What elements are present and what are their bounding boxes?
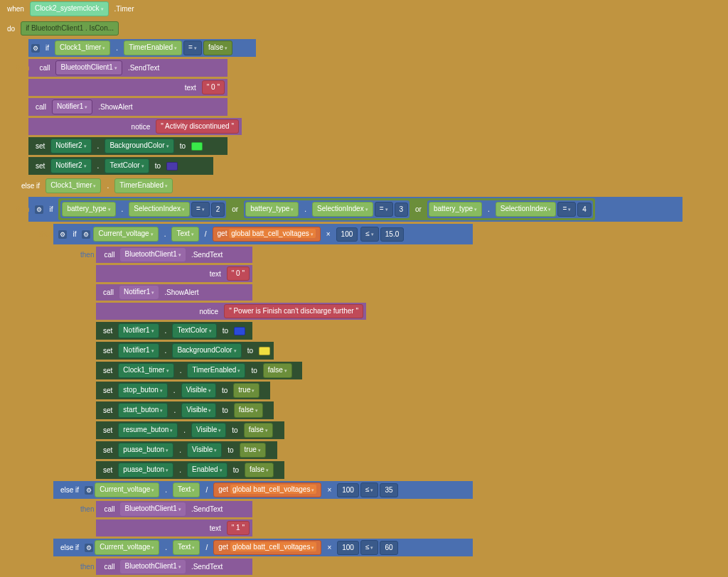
when-header: when Clock2_systemclock .Timer [0,0,728,18]
call-showalert-2: call Notifier1 .ShowAlert [96,284,252,301]
if-voltage-15: then ⚙ if ⚙ Current_voltage . Text / get… [53,224,473,244]
color-yellow [259,347,270,355]
call-sendtext-0b: then call BluetoothClient1 .SendText [96,247,252,263]
call-showalert-1: call Notifier1 .ShowAlert [28,98,228,116]
elseif-60: else if ⚙ Current_voltage . Text / get g… [53,539,473,556]
gear-icon[interactable]: ⚙ [35,205,43,214]
text-value: " 0 " [202,80,225,95]
color-green [191,142,203,151]
color-navy [166,162,178,171]
if-block-1: ⚙ if Clock1_timer . TimerEnabled = false [28,39,256,57]
gear-icon[interactable]: ⚙ [85,544,93,552]
gear-icon[interactable]: ⚙ [85,486,93,495]
set-notifier2-text: set Notifier2 . TextColor to [28,157,213,175]
do-row: do if BluetoothClient1 . IsCon... [0,20,728,37]
elseif-35: else if ⚙ Current_voltage . Text / get g… [53,481,473,499]
elseif-1: else if Clock1_timer . TimerEnabled [14,177,728,195]
outer-cond: if BluetoothClient1 . IsCon... [21,21,119,36]
set-notifier2-bg: set Notifier2 . BackgroundColor to [28,137,228,155]
battery-type-or: then ⚙ if battery_type . SelectionIndex … [28,197,682,222]
gear-icon[interactable]: ⚙ [82,230,90,239]
call-sendtext-0: then call BluetoothClient1 .SendText [28,59,228,77]
gear-icon[interactable]: ⚙ [31,44,40,53]
gear-icon[interactable]: ⚙ [58,230,67,239]
clock-dropdown[interactable]: Clock2_systemclock [30,1,109,16]
color-blue [234,327,245,335]
